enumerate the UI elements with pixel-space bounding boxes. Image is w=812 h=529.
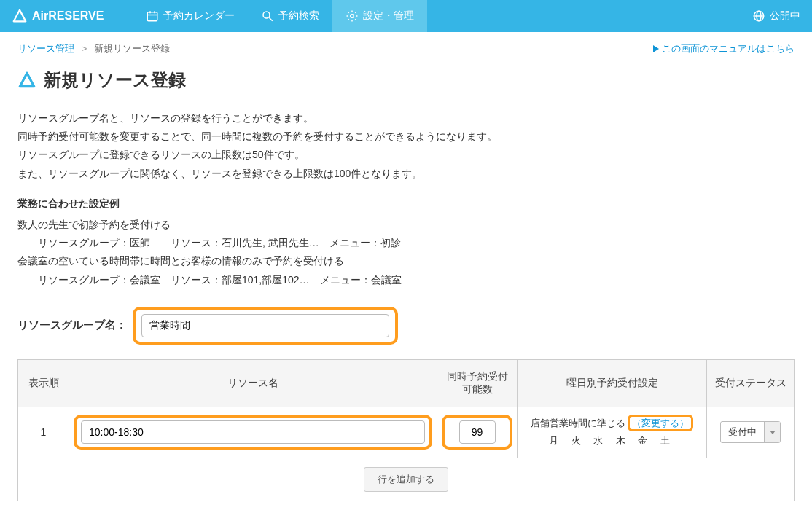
gear-icon (346, 9, 359, 23)
globe-icon (752, 9, 765, 23)
group-name-input[interactable] (141, 314, 389, 337)
capacity-input[interactable] (459, 420, 496, 444)
desc-line1: リソースグループ名と、リソースの登録を行うことができます。 (17, 109, 795, 128)
row-status-cell: 受付中 (707, 407, 795, 458)
th-weekday: 曜日別予約受付設定 (518, 359, 707, 407)
page-title-row: 新規リソース登録 (17, 68, 795, 92)
nav-search-label: 予約検索 (278, 9, 319, 23)
row-weekday-cell: 店舗営業時間に準じる （変更する） 月 火 水 木 金 土 (518, 407, 707, 458)
th-order: 表示順 (18, 359, 69, 407)
status-select-value: 受付中 (721, 426, 764, 439)
triangle-right-icon (653, 45, 659, 52)
chevron-down-icon (764, 422, 780, 442)
row-capacity-cell (437, 407, 518, 458)
nav-settings-label: 設定・管理 (363, 9, 414, 23)
resource-name-highlight (74, 415, 432, 450)
example2: 会議室の空いている時間帯に時間とお客様の情報のみで予約を受付ける (17, 252, 795, 270)
nav-search[interactable]: 予約検索 (248, 0, 332, 32)
group-name-label: リソースグループ名： (17, 318, 127, 332)
change-link[interactable]: （変更する） (628, 415, 693, 431)
svg-line-5 (270, 17, 273, 21)
breadcrumb-row: リソース管理 > 新規リソース登録 この画面のマニュアルはこちら (0, 32, 812, 63)
svg-point-6 (351, 15, 354, 18)
group-name-row: リソースグループ名： (17, 307, 795, 345)
logo-icon (12, 8, 28, 24)
desc-line2: 同時予約受付可能数を変更することで、同一時間に複数の予約を受付することができるよ… (17, 128, 795, 146)
add-row-cell: 行を追加する (18, 458, 795, 501)
row-name-cell (69, 407, 437, 458)
breadcrumb: リソース管理 > 新規リソース登録 (17, 42, 170, 55)
page-title: 新規リソース登録 (44, 68, 186, 92)
search-icon (261, 9, 274, 23)
breadcrumb-parent[interactable]: リソース管理 (17, 43, 74, 54)
header: AirRESERVE 予約カレンダー 予約検索 設定・管理 (0, 0, 812, 32)
description: リソースグループ名と、リソースの登録を行うことができます。 同時予約受付可能数を… (17, 109, 795, 183)
nav-calendar[interactable]: 予約カレンダー (133, 0, 248, 32)
capacity-highlight (442, 415, 512, 450)
svg-point-4 (263, 12, 270, 18)
brand-text: AirRESERVE (32, 9, 104, 23)
nav-settings[interactable]: 設定・管理 (332, 0, 427, 32)
resource-name-input[interactable] (81, 420, 425, 444)
row-order: 1 (18, 407, 69, 458)
th-name: リソース名 (69, 359, 437, 407)
th-capacity: 同時予約受付 可能数 (437, 359, 518, 407)
triangle-icon (17, 71, 36, 90)
example2-detail: リソースグループ：会議室 リソース：部屋101,部屋102… メニュー：会議室 (17, 271, 795, 289)
desc-line4: また、リソースグループに関係なく、リソースを登録できる上限数は100件となります… (17, 165, 795, 183)
manual-link-label: この画面のマニュアルはこちら (662, 42, 795, 55)
examples-title: 業務に合わせた設定例 (17, 195, 795, 213)
logo[interactable]: AirRESERVE (12, 8, 104, 24)
group-name-highlight (133, 307, 398, 345)
publish-status[interactable]: 公開中 (752, 9, 800, 23)
example1: 数人の先生で初診予約を受付ける (17, 216, 795, 234)
publish-status-label: 公開中 (770, 9, 800, 23)
example1-detail: リソースグループ：医師 リソース：石川先生, 武田先生… メニュー：初診 (17, 234, 795, 252)
breadcrumb-current: 新規リソース登録 (94, 43, 170, 54)
table-row: 1 店舗営業時間に準じる （変更する） 月 火 水 木 金 (18, 407, 795, 458)
add-row-tr: 行を追加する (18, 458, 795, 501)
th-status: 受付ステータス (707, 359, 795, 407)
nav: 予約カレンダー 予約検索 設定・管理 (133, 0, 427, 32)
svg-rect-0 (148, 12, 158, 21)
desc-line3: リソースグループに登録できるリソースの上限数は50件です。 (17, 146, 795, 164)
calendar-icon (146, 9, 159, 23)
nav-calendar-label: 予約カレンダー (163, 9, 235, 23)
manual-link[interactable]: この画面のマニュアルはこちら (653, 42, 795, 55)
main-content: 新規リソース登録 リソースグループ名と、リソースの登録を行うことができます。 同… (0, 63, 812, 529)
add-row-button[interactable]: 行を追加する (364, 467, 448, 492)
weekdays: 月 火 水 木 金 土 (523, 432, 700, 450)
weekday-note: 店舗営業時間に準じる (531, 418, 625, 428)
breadcrumb-separator: > (82, 43, 87, 54)
resource-table: 表示順 リソース名 同時予約受付 可能数 曜日別予約受付設定 受付ステータス 1 (17, 359, 795, 501)
status-select[interactable]: 受付中 (720, 421, 781, 443)
examples: 業務に合わせた設定例 数人の先生で初診予約を受付ける リソースグループ：医師 リ… (17, 195, 795, 289)
